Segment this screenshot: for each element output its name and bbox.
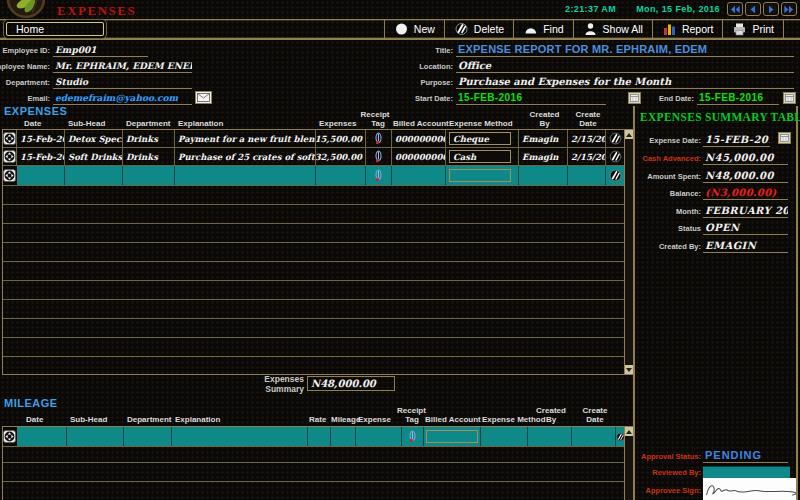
expense-method-cell[interactable]: Cash <box>446 148 519 165</box>
cash-advanced-label: Cash Advanced: <box>635 154 703 165</box>
mileage-explanation-cell[interactable] <box>172 427 308 446</box>
expenses-scrollbar[interactable] <box>624 130 633 374</box>
approval-status-field[interactable]: PENDING <box>703 449 788 463</box>
start-date-field[interactable]: 15-FEB-2016 <box>456 92 606 105</box>
show-all-button[interactable]: Show All <box>573 20 652 38</box>
email-field[interactable]: edemefraim@yahoo.com <box>53 93 192 105</box>
report-title-field[interactable]: EXPENSE REPORT FOR MR. EPHRAIM, EDEM <box>456 43 794 57</box>
approvee-signature-field[interactable] <box>703 478 796 500</box>
expense-explanation-cell[interactable]: Purchase of 25 crates of soft drinks <box>175 148 316 165</box>
expense-method-cell-empty[interactable] <box>446 166 519 185</box>
paperclip-icon <box>374 169 383 182</box>
empty-row <box>3 243 633 262</box>
create-date-cell[interactable]: 2/15/2016 <box>568 130 606 147</box>
expense-department-cell[interactable]: Drinks <box>123 148 175 165</box>
amount-spent-field[interactable]: N48,000.00 <box>703 170 788 183</box>
expense-date-cell[interactable]: 15-Feb-2016 <box>17 148 65 165</box>
summary-expense-date-field[interactable]: 15-FEB-2016 <box>703 134 770 147</box>
empty-row <box>3 224 633 243</box>
print-button[interactable]: Print <box>722 20 784 38</box>
expense-department-cell-empty[interactable] <box>123 166 175 185</box>
email-label: Email: <box>0 94 53 105</box>
expense-subhead-cell[interactable]: Detox Special <box>65 130 123 147</box>
empty-row <box>3 463 633 482</box>
expense-amount-cell[interactable]: N15,500.00 <box>316 130 366 147</box>
row-edit-button[interactable] <box>606 166 625 185</box>
end-date-calendar-button[interactable] <box>783 92 796 104</box>
billed-account-cell[interactable]: 0000000000 <box>392 148 446 165</box>
receipt-tag-cell[interactable] <box>366 148 392 165</box>
signature-icon <box>703 478 796 500</box>
mileage-subhead-cell[interactable] <box>67 427 124 446</box>
receipt-tag-cell[interactable] <box>366 130 392 147</box>
mileage-created-by-cell[interactable] <box>528 427 572 446</box>
expenses-summary-total-field[interactable]: N48,000.00 <box>307 376 395 391</box>
month-field[interactable]: FEBRUARY 2016 <box>703 205 788 218</box>
mileage-date-cell[interactable] <box>17 427 67 446</box>
row-move-handle[interactable] <box>3 166 17 185</box>
last-record-button[interactable] <box>781 2 797 16</box>
created-by-cell[interactable]: Emagin <box>519 148 568 165</box>
reviewed-by-label: Reviewed By: <box>635 468 703 479</box>
employee-id-label: Employee ID: <box>0 46 53 57</box>
billed-account-cell-empty[interactable] <box>392 166 446 185</box>
expense-subhead-cell[interactable]: Soft Drinks <box>65 148 123 165</box>
mileage-expense-method-cell[interactable] <box>481 427 528 446</box>
purpose-field[interactable]: Purchase and Expenses for the Month <box>456 76 794 89</box>
expense-amount-cell[interactable]: N32,500.00 <box>316 148 366 165</box>
next-record-button[interactable] <box>763 2 779 16</box>
empty-row <box>3 300 633 319</box>
created-by-field[interactable]: EMAGIN <box>703 240 788 253</box>
previous-record-button[interactable] <box>745 2 761 16</box>
employee-id-field[interactable]: Emp001 <box>53 45 148 57</box>
report-button[interactable]: Report <box>652 20 723 38</box>
expense-date-cell[interactable]: 15-Feb-2016 <box>17 130 65 147</box>
mileage-billed-account-cell[interactable] <box>424 427 481 446</box>
row-move-handle[interactable] <box>3 148 17 165</box>
row-edit-button[interactable] <box>606 148 625 165</box>
expense-explanation-cell-empty[interactable] <box>175 166 316 185</box>
create-date-cell-empty[interactable] <box>568 166 606 185</box>
status-field[interactable]: OPEN <box>703 222 788 235</box>
end-date-field[interactable]: 15-FEB-2016 <box>697 92 779 105</box>
row-move-handle[interactable] <box>3 130 17 147</box>
cash-advanced-field[interactable]: N45,000.00 <box>703 152 788 165</box>
create-date-cell[interactable]: 2/15/2016 <box>568 148 606 165</box>
expense-department-cell[interactable]: Drinks <box>123 130 175 147</box>
start-date-calendar-button[interactable] <box>628 92 641 104</box>
status-label: Status <box>635 224 703 235</box>
created-by-cell-empty[interactable] <box>519 166 568 185</box>
new-button[interactable]: New <box>384 20 444 38</box>
balance-field[interactable]: (N3,000.00) <box>703 187 788 200</box>
mileage-create-date-cell[interactable] <box>572 427 616 446</box>
mileage-row-new <box>3 427 633 447</box>
summary-date-calendar-button[interactable] <box>778 132 791 144</box>
mileage-rate-cell[interactable] <box>308 427 331 446</box>
mileage-expense-cell[interactable] <box>356 427 402 446</box>
department-field[interactable]: Studio <box>53 77 192 89</box>
mileage-scrollbar[interactable] <box>624 427 633 500</box>
first-record-button[interactable] <box>727 2 743 16</box>
calendar-icon <box>630 94 639 102</box>
employee-name-field[interactable]: Mr. EPHRAIM, EDEM ENEBONG <box>53 61 192 73</box>
move-dpad-icon <box>3 150 16 163</box>
location-field[interactable]: Office <box>456 60 794 73</box>
first-record-icon <box>730 5 740 14</box>
created-by-cell[interactable]: Emagin <box>519 130 568 147</box>
row-move-handle[interactable] <box>3 427 17 446</box>
delete-button[interactable]: Delete <box>444 20 513 38</box>
find-button[interactable]: Find <box>513 20 572 38</box>
billed-account-cell[interactable]: 0000000000 <box>392 130 446 147</box>
expense-amount-cell-empty[interactable] <box>316 166 366 185</box>
expense-method-cell[interactable]: Cheque <box>446 130 519 147</box>
expense-date-cell-empty[interactable] <box>17 166 65 185</box>
receipt-tag-cell-empty[interactable] <box>366 166 392 185</box>
mileage-receipt-tag-cell[interactable] <box>402 427 424 446</box>
expense-subhead-cell-empty[interactable] <box>65 166 123 185</box>
row-edit-button[interactable] <box>606 130 625 147</box>
expense-explanation-cell[interactable]: Payment for a new fruit blender <box>175 130 316 147</box>
home-button[interactable]: Home <box>6 22 104 36</box>
mileage-mileage-cell[interactable] <box>331 427 356 446</box>
send-email-button[interactable] <box>195 91 212 104</box>
mileage-department-cell[interactable] <box>124 427 172 446</box>
